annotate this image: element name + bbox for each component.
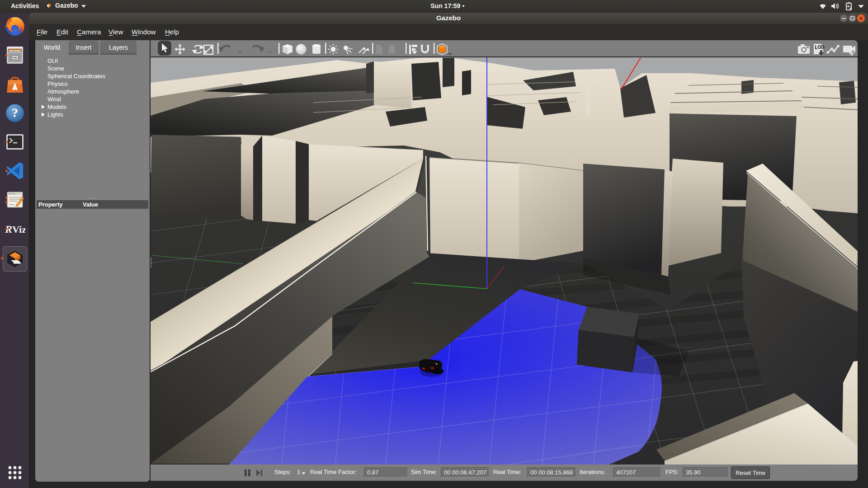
svg-text:Viz: Viz (12, 224, 25, 235)
svg-text:?: ? (12, 106, 18, 120)
